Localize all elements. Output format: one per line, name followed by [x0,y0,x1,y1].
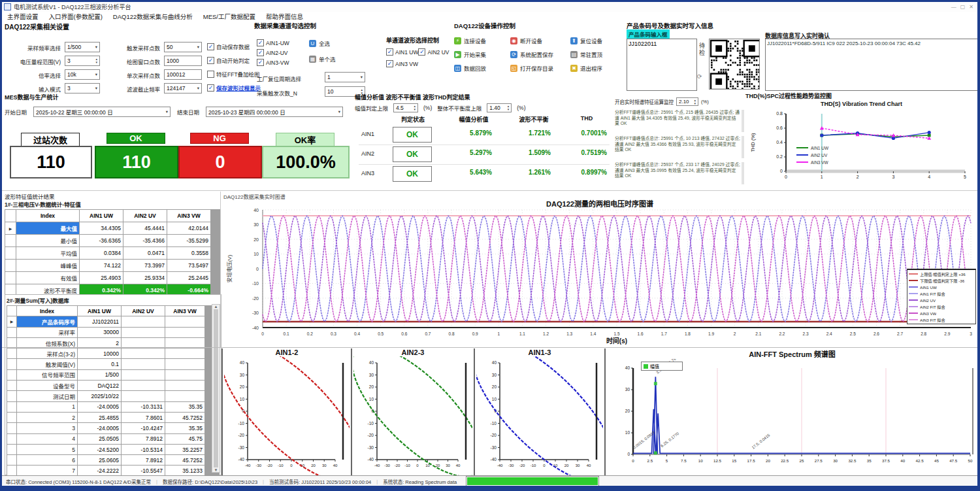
legend-label: AIN3 FIT 拟合 [920,317,945,323]
svg-text:1.7: 1.7 [661,331,667,336]
row-selector[interactable] [7,455,16,465]
row-selector[interactable]: ▶ [7,316,16,326]
thd-trend-panel: THD(%)SPC过程性能趋势监控图 THD(S) Vibration Tren… [745,92,977,190]
row-selector[interactable] [5,260,16,271]
svg-text:2.5: 2.5 [850,331,856,336]
svg-text:2: 2 [857,175,859,179]
start-date-picker[interactable]: 2025-10-22 星期三 00:00:00 日▾ [33,107,171,117]
minimize-icon[interactable]: — [951,4,956,10]
wave-check-1[interactable]: ✓AIN2 UV [418,48,449,56]
liss1-title: AIN1-2 [224,348,350,356]
judge-control-spinner-0[interactable]: 4.5▴▾ [393,103,418,112]
acq-button-0[interactable]: U全选 [309,39,330,47]
daq-field-6[interactable]: 3▾ [65,83,100,93]
dropdown-value: 1 [327,74,331,80]
menu-item-2[interactable]: DAQ122数据采集与曲线分析 [113,12,193,21]
row-selector[interactable] [7,359,16,369]
acq-check-2[interactable]: ✓AIN3-VW [257,59,289,66]
ops-button-3[interactable]: ▶开始采集 [454,50,510,58]
daq-check-label: 自动开始判定 [216,56,250,64]
acq-check-0[interactable]: ✓AIN1-UW [257,39,289,46]
daq-field-1[interactable]: 50▾ [164,42,202,52]
menu-item-3[interactable]: MES/工厂数据配置 [203,12,255,21]
ops-button-7[interactable]: ◱打开保存目录 [510,64,570,72]
barcode-input[interactable]: JJ1022011 [627,39,697,91]
maximize-icon[interactable]: ▢ [960,4,966,10]
row-selector[interactable] [5,272,16,284]
notes-control-spinner[interactable]: 2.10▴▾ [676,97,698,106]
scroll-down-icon[interactable]: ▼ [214,468,218,472]
ops-button-5[interactable]: ▤常驻置顶 [570,50,624,58]
row-selector[interactable] [7,434,16,444]
row-selector[interactable] [7,381,16,390]
judge-control-spinner-1[interactable]: 1.40▴▾ [487,103,512,112]
barcode-input-label: 产品条码输入框 [627,29,670,39]
wave-check-0[interactable]: ✓AIN1 UW [386,48,418,56]
spinner-arrows-icon[interactable]: ▴▾ [508,105,510,111]
ops-button-6[interactable]: ◫数据回放 [454,64,510,72]
acq-button-1[interactable]: ▦单个选 [309,55,336,63]
ops-button-0[interactable]: ⚡连接设备 [454,37,510,44]
cell [122,359,165,369]
daq-field-2[interactable]: 3▴▾ [65,56,100,66]
daq-check-1[interactable]: ✓自动开始判定 [207,56,250,64]
row-selector[interactable] [7,328,16,337]
daq-field-4[interactable]: 10k▾ [65,69,100,80]
row-selector[interactable] [7,423,16,433]
row-selector[interactable] [7,348,16,358]
daq-field-5[interactable]: 100012 [164,69,202,80]
scroll-thumb[interactable] [214,309,218,467]
wave-check-2[interactable]: ✓AIN3 VW [386,60,418,67]
menu-item-4[interactable]: 帮助界面信息 [266,12,303,21]
svg-text:0: 0 [543,464,546,467]
svg-text:0: 0 [290,464,293,467]
menu-item-0[interactable]: 主界面设置 [7,12,39,21]
menu-item-1[interactable]: 入口界面(参数配置) [49,12,103,21]
counter-label-1: OK [106,133,165,144]
records-scrollbar[interactable]: ▲ ▼ [212,304,220,473]
row-label: 峰峰值 [16,260,79,271]
daq-check-0[interactable]: ✓自动保存数据 [207,42,250,50]
ops-button-1[interactable]: ◉断开设备 [510,37,570,44]
acq-check-1[interactable]: ✓AIN2-UV [257,49,288,56]
daq-check-3[interactable]: ✓保存波形过程显示 [207,84,261,92]
daq-field-7[interactable]: 124147▾ [164,83,202,93]
close-icon[interactable]: ✕ [969,4,973,10]
checkbox-icon: ✓ [207,57,214,64]
svg-text:2: 2 [734,331,736,336]
row-selector[interactable] [7,466,16,475]
row-selector[interactable] [5,235,16,246]
refresh-qr-icon[interactable]: ⟳ [697,73,702,80]
checkbox-icon: ✓ [257,49,264,56]
scroll-up-icon[interactable]: ▲ [214,305,218,309]
cell: 25.0605 [78,455,121,465]
spinner-arrows-icon[interactable]: ▴▾ [694,99,696,105]
row-selector[interactable] [7,391,16,401]
svg-text:40: 40 [492,360,497,365]
daq-field-0[interactable]: 1/500▾ [65,42,100,52]
row-selector[interactable] [7,402,16,412]
row-selector[interactable] [7,445,16,454]
daq-check-2[interactable]: 特征FFT叠加绘图 [207,70,260,78]
row-selector[interactable] [7,338,16,348]
counter-label-3: OK率 [276,133,335,146]
svg-text:10: 10 [369,397,374,401]
wave-check-label: AIN3 VW [395,61,418,67]
spinner-arrows-icon[interactable]: ▴▾ [414,105,416,111]
wave-channels-checks: ✓AIN1 UW✓AIN2 UV✓AIN3 VW [386,44,458,68]
factory-reset-dropdown[interactable]: 1▾ [325,72,365,82]
spinner-arrows-icon[interactable]: ▴▾ [95,58,97,64]
row-selector[interactable] [7,413,16,422]
svg-text:30: 30 [369,373,374,377]
ops-button-4[interactable]: ⟳系统配置保存 [510,50,570,58]
ops-button-8[interactable]: ✖退出程序 [570,64,624,72]
end-date-picker[interactable]: 2025-10-23 星期四 00:00:00 日▾ [206,107,343,117]
progress-bar [466,476,599,486]
row-selector[interactable] [7,370,16,380]
judge-row-status: OK [393,127,432,143]
svg-text:0: 0 [785,175,787,179]
daq-field-3[interactable]: 1000 [164,56,202,66]
ops-button-2[interactable]: ⬆复位设备 [570,37,624,44]
row-selector[interactable]: ▶ [5,222,16,234]
row-selector[interactable] [5,247,16,259]
